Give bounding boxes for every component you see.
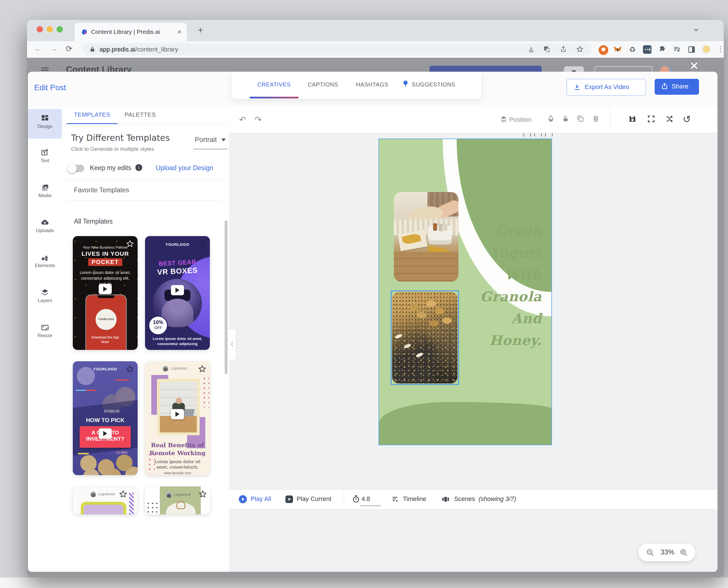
favorite-star-icon[interactable] bbox=[126, 365, 134, 373]
modal-close-icon[interactable] bbox=[688, 60, 700, 71]
zoom-out-icon[interactable] bbox=[646, 548, 654, 557]
close-window-button[interactable] bbox=[37, 26, 43, 33]
share-icon[interactable] bbox=[560, 45, 567, 53]
play-current-icon[interactable] bbox=[285, 495, 294, 504]
position-label[interactable]: Position bbox=[509, 116, 532, 124]
svg-text:文: 文 bbox=[547, 49, 550, 52]
tab-close-icon[interactable]: × bbox=[177, 28, 181, 36]
info-icon[interactable]: i bbox=[135, 164, 142, 171]
duration-input[interactable]: 4.8 bbox=[361, 495, 370, 503]
cinnamon-sticks bbox=[433, 223, 437, 231]
bookmark-star-icon[interactable] bbox=[576, 45, 583, 53]
extension-cards-icon[interactable] bbox=[643, 45, 651, 54]
translate-icon[interactable]: G文 bbox=[543, 45, 551, 53]
maximize-window-button[interactable] bbox=[57, 26, 63, 33]
browser-tab[interactable]: Content Library | Predis.ai × bbox=[74, 23, 187, 41]
card-logo: Logobrand bbox=[99, 492, 114, 496]
browser-menu-icon[interactable]: ⋮ bbox=[717, 45, 724, 54]
sidebar-item-design[interactable]: Design bbox=[28, 109, 62, 139]
undo-icon[interactable]: ↶ bbox=[239, 114, 246, 125]
tab-templates[interactable]: TEMPLATES bbox=[74, 111, 110, 118]
template-card[interactable]: Logobrand bbox=[145, 486, 210, 514]
extension-puzzle-icon[interactable] bbox=[658, 45, 666, 54]
extension-avatar-icon[interactable] bbox=[702, 45, 711, 54]
lock-icon[interactable] bbox=[562, 114, 570, 123]
extension-chat-icon[interactable] bbox=[599, 45, 608, 55]
duplicate-icon[interactable] bbox=[576, 114, 584, 123]
scenes-label[interactable]: Scenes bbox=[454, 495, 475, 503]
forward-icon[interactable]: → bbox=[50, 44, 58, 53]
extension-recycle-icon[interactable]: ♻ bbox=[628, 45, 637, 54]
tab-creatives[interactable]: CREATIVES bbox=[257, 81, 291, 88]
favorite-star-icon[interactable] bbox=[198, 365, 207, 373]
back-icon[interactable]: ← bbox=[34, 44, 42, 53]
play-current-label[interactable]: Play Current bbox=[297, 495, 331, 503]
redo-icon[interactable]: ↷ bbox=[255, 114, 262, 125]
timeline-label[interactable]: Timeline bbox=[403, 495, 426, 503]
rail-label: Media bbox=[28, 193, 62, 198]
reload-icon[interactable]: ⟳ bbox=[66, 44, 72, 54]
sidebar-item-elements[interactable]: Elements bbox=[28, 248, 62, 278]
template-card[interactable]: YOURLOGO BEST GEAR VR BOXES 10% OFF Lore… bbox=[145, 236, 210, 350]
laptop bbox=[183, 409, 195, 417]
minimize-window-button[interactable] bbox=[47, 26, 53, 33]
sidebar-item-text[interactable]: Text bbox=[28, 143, 62, 173]
shuffle-icon[interactable] bbox=[665, 114, 674, 123]
keep-edits-toggle[interactable] bbox=[68, 165, 84, 172]
share-label: Share bbox=[672, 83, 688, 90]
extension-playlist-icon[interactable] bbox=[672, 45, 681, 54]
panel-collapse-tab[interactable] bbox=[229, 329, 236, 360]
favorites-section-label[interactable]: Favorite Templates bbox=[74, 186, 129, 194]
panel-scrollbar[interactable] bbox=[224, 220, 228, 374]
yellow-frame bbox=[81, 502, 126, 514]
orientation-underline bbox=[193, 149, 228, 149]
tab-hashtags[interactable]: HASHTAGS bbox=[356, 81, 388, 88]
zoom-in-icon[interactable] bbox=[679, 548, 688, 557]
template-card[interactable]: $7569.08 HOW TO PICK A CRYPTO INVESTMENT… bbox=[73, 361, 137, 475]
play-overlay-icon[interactable] bbox=[99, 284, 112, 294]
extension-metamask-icon[interactable] bbox=[614, 45, 622, 54]
play-overlay-icon[interactable] bbox=[99, 428, 112, 439]
play-all-label[interactable]: Play All bbox=[251, 495, 271, 503]
play-all-icon[interactable] bbox=[238, 495, 248, 504]
tab-captions[interactable]: CAPTIONS bbox=[308, 81, 338, 88]
template-card[interactable]: Logobrand bbox=[73, 486, 137, 514]
extension-sidebar-icon[interactable] bbox=[687, 45, 696, 54]
install-icon[interactable] bbox=[528, 45, 535, 53]
favorite-star-icon[interactable] bbox=[126, 239, 134, 248]
play-overlay-icon[interactable] bbox=[171, 285, 184, 295]
delete-icon[interactable] bbox=[592, 114, 600, 123]
design-artboard[interactable]: Greek Yogurt With Granola And Honey. bbox=[379, 139, 551, 445]
sidebar-item-resize[interactable]: Resize bbox=[28, 318, 62, 348]
design-caption[interactable]: Greek Yogurt With Granola And Honey. bbox=[448, 220, 542, 351]
orientation-select[interactable]: Portrait bbox=[195, 136, 217, 144]
template-card[interactable]: Logobrand Real Benefits of Remote Workin… bbox=[145, 361, 210, 475]
favorite-star-icon[interactable] bbox=[119, 490, 127, 498]
fullscreen-icon[interactable] bbox=[647, 114, 656, 123]
sidebar-item-media[interactable]: Media bbox=[28, 178, 62, 208]
tab-palettes[interactable]: PALETTES bbox=[125, 111, 156, 118]
sidebar-item-layers[interactable]: Layers bbox=[28, 283, 62, 313]
reset-rotate-icon[interactable]: ↺ bbox=[683, 113, 691, 125]
position-layers-icon[interactable] bbox=[500, 115, 508, 123]
new-tab-button[interactable]: + bbox=[198, 24, 203, 36]
sidebar-item-uploads[interactable]: Uploads bbox=[28, 213, 62, 243]
favorite-star-icon[interactable] bbox=[198, 490, 207, 498]
export-as-video-button[interactable]: Export As Video bbox=[566, 79, 646, 96]
save-icon[interactable] bbox=[628, 114, 637, 123]
address-bar[interactable]: app.predis.ai/content_library G文 bbox=[83, 43, 592, 56]
playbar-divider bbox=[344, 489, 344, 509]
share-button[interactable]: Share bbox=[655, 79, 699, 95]
scenes-icon bbox=[441, 495, 450, 503]
play-overlay-icon[interactable] bbox=[171, 409, 184, 419]
upload-design-link[interactable]: Upload your Design bbox=[156, 164, 213, 172]
tab-search-chevron-icon[interactable] bbox=[692, 26, 700, 34]
rail-label: Resize bbox=[28, 333, 62, 338]
tab-suggestions[interactable]: SUGGESTIONS bbox=[412, 81, 455, 88]
all-templates-section-label[interactable]: All Templates bbox=[74, 217, 113, 225]
templates-panel: TEMPLATES PALETTES Try Different Templat… bbox=[62, 107, 229, 572]
favorite-star-icon[interactable] bbox=[198, 239, 207, 248]
fill-droplet-icon[interactable] bbox=[547, 114, 555, 123]
template-card[interactable]: Your New Business Partner LIVES IN YOUR … bbox=[73, 236, 137, 350]
editor-rail: Design Text Media Uploads Elements Layer… bbox=[28, 107, 62, 572]
